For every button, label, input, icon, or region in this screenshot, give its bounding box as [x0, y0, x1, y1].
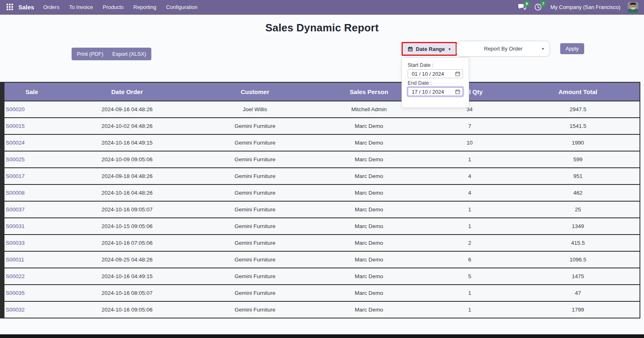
sales-person-cell: Marc Demo: [315, 257, 423, 263]
sale-order-link[interactable]: S00024: [4, 140, 59, 146]
apps-grid-icon[interactable]: [7, 4, 13, 11]
customer-cell: Gemini Furniture: [195, 273, 315, 279]
top-navbar: Sales Orders To Invoice Products Reporti…: [0, 0, 644, 15]
customer-cell: Gemini Furniture: [195, 206, 315, 213]
amount-total-cell: 2947.5: [516, 106, 640, 112]
customer-cell: Gemini Furniture: [195, 307, 315, 313]
date-order-cell: 2024-10-09 09:05:06: [59, 156, 195, 162]
nav-item-products[interactable]: Products: [103, 4, 123, 10]
report-by-select[interactable]: Report By Order ▾: [456, 41, 550, 57]
table-row: S00022 2024-10-16 04:49:15 Gemini Furnit…: [4, 268, 640, 284]
nav-item-orders[interactable]: Orders: [43, 4, 59, 10]
calendar-icon: [408, 46, 413, 52]
chevron-down-icon: ▾: [542, 46, 544, 51]
table-row: S00024 2024-10-16 04:49:15 Gemini Furnit…: [4, 134, 640, 151]
total-qty-cell: 1: [423, 290, 516, 296]
sale-order-link[interactable]: S00035: [4, 290, 59, 296]
date-order-cell: 2024-10-16 04:49:15: [59, 140, 195, 146]
column-header-customer[interactable]: Customer: [195, 88, 315, 95]
nav-item-reporting[interactable]: Reporting: [133, 4, 156, 10]
sale-order-link[interactable]: S00031: [4, 223, 59, 229]
nav-item-to-invoice[interactable]: To Invoice: [69, 4, 93, 10]
amount-total-cell: 951: [516, 173, 640, 179]
total-qty-cell: 4: [423, 173, 516, 179]
amount-total-cell: 1541.5: [516, 123, 640, 129]
end-date-label: End Date :: [408, 80, 463, 86]
amount-total-cell: 1349: [516, 223, 640, 229]
total-qty-cell: 1: [423, 156, 516, 162]
date-order-cell: 2024-10-16 04:48:26: [59, 190, 195, 196]
user-avatar[interactable]: [628, 2, 638, 13]
end-date-input[interactable]: 17 / 10 / 2024: [408, 87, 463, 96]
sales-person-cell: Marc Demo: [315, 290, 423, 296]
nav-item-configuration[interactable]: Configuration: [166, 4, 197, 10]
amount-total-cell: 462: [516, 190, 640, 196]
sales-person-cell: Marc Demo: [315, 173, 423, 179]
start-date-input[interactable]: 01 / 10 / 2024: [408, 69, 463, 78]
export-xlsx-button[interactable]: Export (XLSX): [107, 48, 151, 60]
table-row: S00020 2024-09-16 04:48:26 Joel Willis M…: [4, 101, 640, 117]
sale-order-link[interactable]: S00025: [4, 156, 59, 162]
sales-person-cell: Marc Demo: [315, 223, 423, 229]
table-row: S00032 2024-10-16 09:05:06 Gemini Furnit…: [4, 301, 640, 318]
amount-total-cell: 1799: [516, 307, 640, 313]
sales-person-cell: Marc Demo: [315, 240, 423, 246]
sale-order-link[interactable]: S00032: [4, 307, 59, 313]
table-row: S00017 2024-09-18 04:48:26 Gemini Furnit…: [4, 167, 640, 184]
sale-order-link[interactable]: S00008: [4, 190, 59, 196]
date-range-button[interactable]: Date Range ▾: [402, 42, 457, 56]
amount-total-cell: 1096.5: [516, 257, 640, 263]
sales-person-cell: Marc Demo: [315, 273, 423, 279]
company-switcher[interactable]: My Company (San Francisco): [550, 4, 620, 10]
customer-cell: Gemini Furniture: [195, 173, 315, 179]
end-date-value: 17 / 10 / 2024: [412, 89, 444, 95]
total-qty-cell: 5: [423, 273, 516, 279]
column-header-amount-total[interactable]: Amount Total: [516, 88, 640, 95]
calendar-icon[interactable]: [455, 89, 460, 94]
table-row: S00011 2024-09-25 04:48:26 Gemini Furnit…: [4, 251, 640, 268]
amount-total-cell: 1990: [516, 140, 640, 146]
customer-cell: Gemini Furniture: [195, 223, 315, 229]
table-row: S00033 2024-10-16 07:05:06 Gemini Furnit…: [4, 234, 640, 251]
print-pdf-button[interactable]: Print (PDF): [72, 48, 109, 60]
date-order-cell: 2024-10-02 04:48:26: [59, 123, 195, 129]
total-qty-cell: 2: [423, 240, 516, 246]
total-qty-cell: 1: [423, 206, 516, 213]
calendar-icon[interactable]: [455, 71, 460, 76]
page-title: Sales Dynamic Report: [0, 22, 644, 34]
date-range-label: Date Range: [416, 46, 445, 52]
table-row: S00008 2024-10-16 04:48:26 Gemini Furnit…: [4, 184, 640, 201]
amount-total-cell: 415.5: [516, 240, 640, 246]
customer-cell: Gemini Furniture: [195, 240, 315, 246]
table-row: S00015 2024-10-02 04:48:26 Gemini Furnit…: [4, 117, 640, 134]
sale-order-link[interactable]: S00020: [4, 106, 59, 112]
table-header-row: Sale Date Order Customer Sales Person To…: [4, 83, 640, 101]
date-order-cell: 2024-10-16 04:49:15: [59, 273, 195, 279]
messages-icon[interactable]: 6: [518, 3, 527, 11]
sales-person-cell: Marc Demo: [315, 156, 423, 162]
activities-clock-icon[interactable]: 7: [534, 3, 543, 11]
total-qty-cell: 4: [423, 190, 516, 196]
table-row: S00035 2024-10-16 08:05:07 Gemini Furnit…: [4, 284, 640, 301]
sale-order-link[interactable]: S00011: [4, 257, 59, 263]
column-header-sale[interactable]: Sale: [4, 88, 59, 95]
sale-order-link[interactable]: S00037: [4, 206, 59, 213]
app-title[interactable]: Sales: [18, 4, 34, 11]
date-range-dropdown: Start Date : 01 / 10 / 2024 End Date : 1…: [402, 57, 469, 108]
nav-menu: Orders To Invoice Products Reporting Con…: [43, 4, 197, 10]
sale-order-link[interactable]: S00022: [4, 273, 59, 279]
table-body: S00020 2024-09-16 04:48:26 Joel Willis M…: [4, 101, 640, 318]
sale-order-link[interactable]: S00033: [4, 240, 59, 246]
sale-order-link[interactable]: S00017: [4, 173, 59, 179]
total-qty-cell: 1: [423, 223, 516, 229]
bottom-edge-bar: [0, 334, 644, 338]
chevron-down-icon: ▾: [449, 47, 451, 51]
apply-button[interactable]: Apply: [560, 43, 584, 54]
total-qty-cell: 1: [423, 307, 516, 313]
sales-person-cell: Marc Demo: [315, 206, 423, 213]
column-header-date-order[interactable]: Date Order: [59, 88, 195, 95]
sales-person-cell: Marc Demo: [315, 307, 423, 313]
date-order-cell: 2024-10-16 08:05:07: [59, 290, 195, 296]
sale-order-link[interactable]: S00015: [4, 123, 59, 129]
activities-badge: 7: [540, 1, 546, 7]
